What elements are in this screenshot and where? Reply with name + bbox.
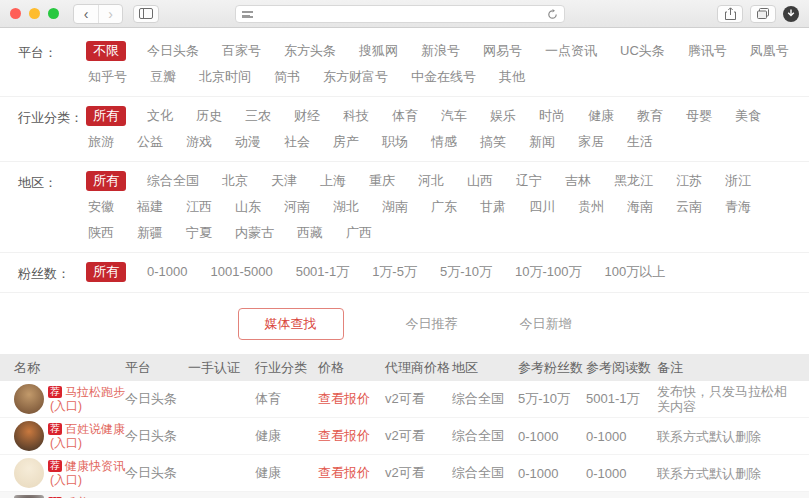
filter-option[interactable]: 内蒙古	[233, 223, 276, 243]
filter-option[interactable]: 娱乐	[488, 106, 518, 126]
close-window-button[interactable]	[10, 8, 21, 19]
filter-option[interactable]: 时尚	[537, 106, 567, 126]
filter-option-selected[interactable]: 所有	[86, 106, 126, 126]
filter-option[interactable]: 知乎号	[86, 67, 129, 87]
media-name-link[interactable]: 百姓说健康	[65, 423, 125, 436]
filter-option[interactable]: 百家号	[220, 41, 263, 61]
filter-option[interactable]: 宁夏	[184, 223, 214, 243]
tab-today-recommend[interactable]: 今日推荐	[406, 315, 458, 333]
filter-option[interactable]: 重庆	[367, 171, 397, 191]
address-bar[interactable]	[235, 5, 565, 23]
filter-option[interactable]: 母婴	[684, 106, 714, 126]
filter-option[interactable]: 山东	[233, 197, 263, 217]
filter-option[interactable]: 财经	[292, 106, 322, 126]
filter-option[interactable]: 1001-5000	[208, 262, 274, 282]
filter-option[interactable]: 广东	[429, 197, 459, 217]
filter-option[interactable]: 职场	[380, 132, 410, 152]
filter-option[interactable]: 腾讯号	[686, 41, 729, 61]
filter-option[interactable]: 四川	[527, 197, 557, 217]
filter-option[interactable]: 一点资讯	[543, 41, 599, 61]
filter-option[interactable]: 福建	[135, 197, 165, 217]
filter-option[interactable]: 汽车	[439, 106, 469, 126]
filter-option[interactable]: 新疆	[135, 223, 165, 243]
filter-option[interactable]: 5万-10万	[438, 262, 494, 282]
price-link[interactable]: 查看报价	[318, 464, 385, 482]
filter-option[interactable]: 上海	[318, 171, 348, 191]
filter-option[interactable]: 10万-100万	[513, 262, 583, 282]
filter-option[interactable]: 美食	[733, 106, 763, 126]
entry-link[interactable]: (入口)	[48, 437, 125, 450]
zoom-window-button[interactable]	[48, 8, 59, 19]
filter-option[interactable]: 综合全国	[145, 171, 201, 191]
filter-option[interactable]: 旅游	[86, 132, 116, 152]
filter-option[interactable]: 北京	[220, 171, 250, 191]
filter-option[interactable]: 湖南	[380, 197, 410, 217]
price-link[interactable]: 查看报价	[318, 427, 385, 445]
filter-option[interactable]: 江苏	[674, 171, 704, 191]
filter-option[interactable]: 河南	[282, 197, 312, 217]
filter-option[interactable]: 公益	[135, 132, 165, 152]
filter-option[interactable]: 科技	[341, 106, 371, 126]
filter-option[interactable]: 东方头条	[282, 41, 338, 61]
filter-option[interactable]: 新闻	[527, 132, 557, 152]
reload-icon[interactable]	[547, 9, 558, 20]
filter-option[interactable]: 100万以上	[602, 262, 667, 282]
filter-option-selected[interactable]: 不限	[86, 41, 126, 61]
filter-option[interactable]: 搜狐网	[357, 41, 400, 61]
filter-option[interactable]: 西藏	[295, 223, 325, 243]
filter-option[interactable]: 湖北	[331, 197, 361, 217]
share-button[interactable]	[717, 5, 743, 23]
filter-option[interactable]: 教育	[635, 106, 665, 126]
filter-option[interactable]: 青海	[723, 197, 753, 217]
filter-option[interactable]: 北京时间	[197, 67, 253, 87]
filter-option[interactable]: 简书	[272, 67, 302, 87]
tab-today-new[interactable]: 今日新增	[520, 315, 572, 333]
filter-option[interactable]: 健康	[586, 106, 616, 126]
filter-option[interactable]: 动漫	[233, 132, 263, 152]
filter-option-selected[interactable]: 所有	[86, 262, 126, 282]
filter-option-selected[interactable]: 所有	[86, 171, 126, 191]
filter-option[interactable]: 山西	[465, 171, 495, 191]
filter-option[interactable]: 豆瓣	[148, 67, 178, 87]
filter-option[interactable]: 黑龙江	[612, 171, 655, 191]
filter-option[interactable]: 生活	[625, 132, 655, 152]
media-name-link[interactable]: 马拉松跑步	[65, 386, 125, 399]
filter-option[interactable]: 家居	[576, 132, 606, 152]
filter-option[interactable]: 网易号	[481, 41, 524, 61]
filter-option[interactable]: 浙江	[723, 171, 753, 191]
price-link[interactable]: 查看报价	[318, 390, 385, 408]
minimize-window-button[interactable]	[29, 8, 40, 19]
tab-media-search[interactable]: 媒体查找	[238, 308, 344, 340]
filter-option[interactable]: 游戏	[184, 132, 214, 152]
forward-button[interactable]: ›	[98, 5, 122, 23]
filter-option[interactable]: 陕西	[86, 223, 116, 243]
filter-option[interactable]: 云南	[674, 197, 704, 217]
table-row[interactable]: 荐瓜美媒(入口)今日头条时尚查看报价v2可看综合全国0-10000-1000联系…	[0, 492, 809, 498]
filter-option[interactable]: 中金在线号	[409, 67, 478, 87]
filter-option[interactable]: 天津	[269, 171, 299, 191]
sidebar-toggle-button[interactable]	[133, 5, 159, 23]
filter-option[interactable]: 历史	[194, 106, 224, 126]
tab-overview-button[interactable]	[750, 5, 776, 23]
filter-option[interactable]: 社会	[282, 132, 312, 152]
filter-option[interactable]: 搞笑	[478, 132, 508, 152]
media-name-link[interactable]: 健康快资讯	[65, 460, 125, 473]
downloads-button[interactable]	[783, 6, 799, 22]
filter-option[interactable]: 贵州	[576, 197, 606, 217]
filter-option[interactable]: 江西	[184, 197, 214, 217]
filter-option[interactable]: 体育	[390, 106, 420, 126]
filter-option[interactable]: 5001-1万	[294, 262, 351, 282]
filter-option[interactable]: 房产	[331, 132, 361, 152]
filter-option[interactable]: 1万-5万	[370, 262, 419, 282]
filter-option[interactable]: 新浪号	[419, 41, 462, 61]
entry-link[interactable]: (入口)	[48, 474, 125, 487]
filter-option[interactable]: 情感	[429, 132, 459, 152]
filter-option[interactable]: 东方财富号	[321, 67, 390, 87]
filter-option[interactable]: 吉林	[563, 171, 593, 191]
filter-option[interactable]: 三农	[243, 106, 273, 126]
entry-link[interactable]: (入口)	[48, 400, 125, 413]
table-row[interactable]: 荐健康快资讯(入口)今日头条健康查看报价v2可看综合全国0-10000-1000…	[0, 455, 809, 492]
filter-option[interactable]: 海南	[625, 197, 655, 217]
filter-option[interactable]: 凤凰号	[748, 41, 791, 61]
back-button[interactable]: ‹	[74, 5, 98, 23]
